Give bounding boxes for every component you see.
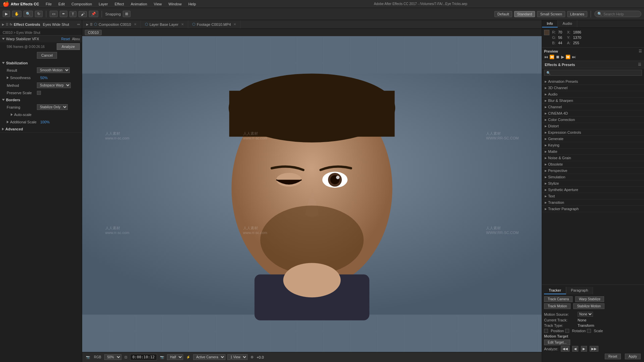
panel-menu-icon[interactable]: ☰ bbox=[6, 23, 8, 26]
effects-menu-icon[interactable]: ☰ bbox=[638, 62, 641, 67]
rotation-checkbox[interactable] bbox=[565, 329, 569, 333]
category-tracker-paragraph[interactable]: ▶ Tracker Paragraph bbox=[542, 206, 644, 212]
tool-puppet[interactable]: 📌 bbox=[89, 11, 98, 17]
category-audio[interactable]: ▶ Audio bbox=[542, 91, 644, 98]
reset-button[interactable]: Reset bbox=[61, 37, 70, 41]
stabilize-motion-btn[interactable]: Stabilize Motion bbox=[573, 303, 604, 309]
tracker-apply-btn[interactable]: Apply bbox=[625, 354, 641, 359]
viewer-show-channel[interactable]: RGB bbox=[93, 355, 102, 359]
viewer-tab-layer[interactable]: ⬡ Layer Base Layer ✕ bbox=[141, 20, 188, 28]
category-obsolete[interactable]: ▶ Obsolete bbox=[542, 161, 644, 168]
track-camera-btn[interactable]: Track Camera bbox=[544, 296, 573, 302]
result-select[interactable]: Smooth Motion bbox=[37, 67, 70, 73]
category-perspective[interactable]: ▶ Perspective bbox=[542, 168, 644, 174]
warp-stabilizer-header[interactable]: Warp Stabilizer VFX Reset Abou bbox=[0, 36, 82, 42]
snapping-toggle[interactable]: ⊞ bbox=[123, 11, 130, 17]
tool-select[interactable]: ▶ bbox=[3, 11, 10, 17]
smoothness-value[interactable]: 50% bbox=[40, 76, 48, 80]
framing-select[interactable]: Stabilize Only bbox=[37, 104, 68, 110]
category-noise-grain[interactable]: ▶ Noise & Grain bbox=[542, 155, 644, 161]
tool-zoom[interactable]: 🔍 bbox=[23, 11, 33, 17]
menu-composition[interactable]: Composition bbox=[69, 1, 95, 7]
menu-edit[interactable]: Edit bbox=[56, 1, 67, 7]
category-3d-channel[interactable]: ▶ 3D Channel bbox=[542, 85, 644, 91]
preview-play[interactable]: ▶ bbox=[561, 55, 564, 59]
category-generate[interactable]: ▶ Generate bbox=[542, 136, 644, 142]
viewer-camera[interactable]: 📷 bbox=[159, 355, 165, 359]
zoom-select[interactable]: 50% bbox=[104, 354, 121, 360]
tool-shape-rect[interactable]: ▭ bbox=[50, 11, 58, 17]
menu-effect[interactable]: Effect bbox=[112, 1, 127, 7]
tab-tracker[interactable]: Tracker bbox=[544, 287, 566, 294]
stabilization-header[interactable]: Stabilization bbox=[0, 60, 82, 66]
view-mode-select[interactable]: Active Camera bbox=[193, 354, 225, 360]
footage-tab-close[interactable]: ✕ bbox=[233, 22, 236, 26]
preview-stop[interactable]: ⏹ bbox=[556, 55, 560, 59]
workspace-default[interactable]: Default bbox=[494, 11, 512, 17]
viewer-options[interactable]: ⚙ bbox=[250, 355, 255, 359]
viewer-snapshot[interactable]: 📷 bbox=[85, 355, 91, 359]
position-checkbox[interactable] bbox=[544, 329, 548, 333]
viewer-tab-footage[interactable]: ⬡ Footage C0010.MP4 ✕ bbox=[188, 20, 241, 28]
search-input[interactable] bbox=[603, 12, 637, 16]
tab-info[interactable]: Info bbox=[542, 20, 558, 27]
edit-target-btn[interactable]: Edit Target... bbox=[544, 340, 570, 345]
scale-checkbox[interactable] bbox=[587, 329, 591, 333]
additional-scale-value[interactable]: 100% bbox=[40, 120, 50, 124]
category-transition[interactable]: ▶ Transition bbox=[542, 199, 644, 206]
tracker-reset-btn[interactable]: Reset bbox=[605, 354, 621, 359]
layer-tab-close[interactable]: ✕ bbox=[181, 22, 184, 26]
viewer-fit[interactable]: ⊡ bbox=[123, 355, 128, 359]
tool-paint[interactable]: 🖌 bbox=[78, 11, 87, 17]
category-matte[interactable]: ▶ Matte bbox=[542, 148, 644, 155]
preserve-scale-checkbox[interactable] bbox=[37, 91, 41, 95]
views-select[interactable]: 1 View bbox=[227, 354, 248, 360]
category-blur-sharpen[interactable]: ▶ Blur & Sharpen bbox=[542, 98, 644, 104]
workspace-standard[interactable]: Standard bbox=[514, 11, 535, 17]
category-keying[interactable]: ▶ Keying bbox=[542, 142, 644, 148]
workspace-libraries[interactable]: Libraries bbox=[567, 11, 587, 17]
menu-help[interactable]: Help bbox=[185, 1, 199, 7]
comp-tab-close[interactable]: ✕ bbox=[134, 22, 137, 26]
tab-audio[interactable]: Audio bbox=[558, 20, 577, 27]
category-synthetic-aperture[interactable]: ▶ Synthetic Aperture bbox=[542, 187, 644, 193]
category-expression-controls[interactable]: ▶ Expression Controls bbox=[542, 129, 644, 136]
menu-layer[interactable]: Layer bbox=[96, 1, 111, 7]
preview-prev-frame[interactable]: ⏪ bbox=[549, 55, 554, 59]
tool-rotate[interactable]: ↻ bbox=[35, 11, 43, 17]
analyze-fwd-fwd-btn[interactable]: ▶▶ bbox=[590, 346, 598, 352]
about-button[interactable]: Abou bbox=[72, 37, 80, 41]
category-cinema4d[interactable]: ▶ CINEMA 4D bbox=[542, 110, 644, 117]
menu-window[interactable]: Window bbox=[166, 1, 184, 7]
preview-last-frame[interactable]: ⏭ bbox=[572, 55, 576, 59]
analyze-fwd-btn[interactable]: ▶ bbox=[581, 346, 587, 352]
tab-paragraph[interactable]: Paragraph bbox=[566, 287, 593, 294]
preview-menu-icon[interactable]: ☰ bbox=[639, 49, 642, 53]
tool-text[interactable]: T bbox=[69, 11, 76, 17]
track-motion-btn[interactable]: Track Motion bbox=[544, 303, 571, 309]
category-distort[interactable]: ▶ Distort bbox=[542, 123, 644, 129]
analyze-button[interactable]: Analyze bbox=[57, 43, 80, 50]
category-simulation[interactable]: ▶ Simulation bbox=[542, 174, 644, 180]
category-color-correction[interactable]: ▶ Color Correction bbox=[542, 117, 644, 123]
viewer-tab-comp[interactable]: ▶ ☰ ⬡ Composition C0010 ✕ bbox=[82, 20, 141, 28]
warp-stabilizer-btn[interactable]: Warp Stabilize bbox=[575, 296, 604, 302]
method-select[interactable]: Subspace Warp bbox=[37, 82, 71, 88]
analyze-back-btn[interactable]: ◀ bbox=[572, 346, 578, 352]
cancel-button[interactable]: Cancel bbox=[37, 52, 57, 59]
advanced-header[interactable]: Advanced bbox=[0, 126, 82, 132]
panel-collapse-icon[interactable]: ▶ bbox=[2, 23, 4, 26]
motion-source-select[interactable]: None bbox=[578, 312, 593, 317]
analyze-back-back-btn[interactable]: ◀◀ bbox=[561, 346, 570, 352]
category-text[interactable]: ▶ Text bbox=[542, 193, 644, 199]
workspace-small[interactable]: Small Screen bbox=[537, 11, 565, 17]
category-animation-presets[interactable]: ▶ Animation Presets bbox=[542, 78, 644, 85]
borders-header[interactable]: Borders bbox=[0, 97, 82, 103]
preview-first-frame[interactable]: ⏮ bbox=[544, 55, 548, 59]
category-stylize[interactable]: ▶ Stylize bbox=[542, 180, 644, 187]
tool-pen[interactable]: ✒ bbox=[60, 11, 67, 17]
panel-expand-icon[interactable]: ⇔ bbox=[77, 22, 80, 26]
menu-file[interactable]: File bbox=[43, 1, 54, 7]
menu-animation[interactable]: Animation bbox=[128, 1, 150, 7]
effects-search-input[interactable] bbox=[550, 71, 640, 75]
